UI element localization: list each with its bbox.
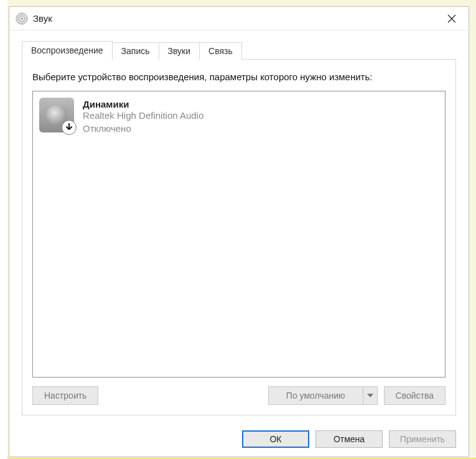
tab-playback[interactable]: Воспроизведение bbox=[22, 41, 113, 60]
device-driver: Realtek High Definition Audio bbox=[83, 109, 203, 122]
panel-button-row: Настроить По умолчанию Свойства bbox=[32, 386, 446, 405]
tab-sounds[interactable]: Звуки bbox=[159, 42, 200, 60]
set-default-dropdown bbox=[363, 386, 378, 405]
titlebar: Звук bbox=[9, 7, 469, 30]
background-left-gutter bbox=[0, 0, 7, 459]
window-title: Звук bbox=[33, 13, 439, 24]
device-status: Отключено bbox=[83, 123, 203, 135]
apply-button: Применить bbox=[389, 430, 456, 448]
set-default-split-button: По умолчанию bbox=[268, 386, 378, 405]
device-text: Динамики Realtek High Definition Audio О… bbox=[83, 98, 203, 135]
tab-strip: Воспроизведение Запись Звуки Связь bbox=[22, 42, 456, 59]
cancel-button[interactable]: Отмена bbox=[315, 430, 383, 448]
tab-recording[interactable]: Запись bbox=[112, 42, 159, 60]
device-list[interactable]: Динамики Realtek High Definition Audio О… bbox=[32, 91, 446, 378]
properties-button: Свойства bbox=[384, 386, 446, 405]
close-button[interactable] bbox=[439, 9, 465, 28]
chevron-down-icon bbox=[367, 394, 373, 397]
status-overlay-disabled-icon bbox=[62, 120, 77, 135]
speaker-icon bbox=[39, 98, 74, 132]
tab-communications[interactable]: Связь bbox=[199, 42, 242, 60]
ok-button[interactable]: ОК bbox=[242, 430, 309, 448]
sound-dialog: Звук Воспроизведение Запись Звуки Связь … bbox=[9, 6, 469, 457]
playback-panel: Выберите устройство воспроизведения, пар… bbox=[22, 59, 456, 415]
device-item-speakers[interactable]: Динамики Realtek High Definition Audio О… bbox=[37, 95, 441, 137]
set-default-button: По умолчанию bbox=[268, 386, 363, 405]
sound-app-icon bbox=[16, 12, 28, 25]
device-name: Динамики bbox=[83, 99, 203, 109]
svg-point-2 bbox=[21, 17, 22, 19]
dialog-content: Воспроизведение Запись Звуки Связь Выбер… bbox=[9, 30, 469, 423]
configure-button: Настроить bbox=[32, 386, 98, 405]
dialog-button-row: ОК Отмена Применить bbox=[9, 423, 469, 457]
instruction-text: Выберите устройство воспроизведения, пар… bbox=[32, 71, 446, 83]
close-icon bbox=[447, 14, 456, 23]
